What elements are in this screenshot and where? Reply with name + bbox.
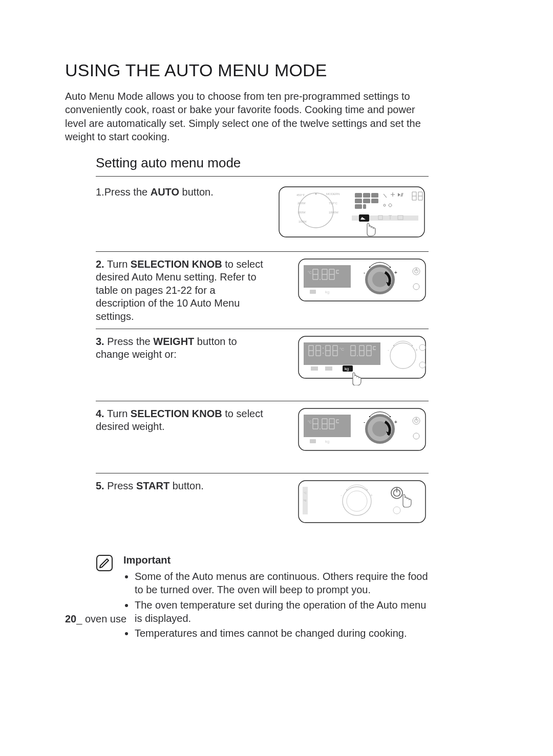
panel-turn-knob-weight-icon: °C kg - +	[295, 406, 429, 452]
divider	[96, 176, 429, 177]
svg-point-26	[320, 278, 321, 279]
step-row: 3. Press the WEIGHT button to change wei…	[96, 329, 429, 401]
svg-point-80	[346, 489, 347, 490]
step-text: 1.Press the AUTO button.	[96, 185, 272, 199]
svg-point-67	[390, 416, 391, 417]
svg-text:°C: °C	[308, 420, 312, 424]
manual-page: USING THE AUTO MENU MODE Auto Menu Mode …	[65, 60, 423, 642]
svg-text:+: +	[394, 270, 397, 275]
step-pre: Press	[104, 480, 136, 491]
svg-point-32	[372, 272, 388, 287]
note-item: The oven temperature set during the oper…	[135, 598, 429, 625]
svg-point-81	[367, 489, 368, 490]
svg-rect-17	[363, 204, 366, 209]
step-text: 2. Turn SELECTION KNOB to select desired…	[96, 257, 272, 323]
step-pre: Turn	[104, 408, 131, 419]
svg-text:kg: kg	[325, 439, 329, 444]
svg-rect-16	[355, 204, 362, 209]
step-number: 5.	[96, 480, 104, 491]
svg-text:kg: kg	[325, 290, 329, 294]
svg-point-33	[369, 266, 370, 267]
step-bold: AUTO	[151, 186, 179, 198]
svg-point-42	[323, 348, 324, 349]
svg-rect-21	[359, 214, 369, 222]
page-title: USING THE AUTO MENU MODE	[65, 60, 423, 80]
svg-text:kg: kg	[304, 499, 307, 502]
page-footer: 20_ oven use	[65, 613, 126, 625]
panel-press-auto-icon: 450°F MODERN 200W 750°C 180W 1800W 100W	[275, 185, 429, 239]
step-illustration: °C kg -	[272, 257, 429, 303]
step-number: 1.	[96, 186, 104, 198]
svg-point-66	[369, 416, 370, 417]
page-number: 20	[65, 613, 76, 624]
svg-rect-14	[363, 199, 370, 203]
svg-text:°C: °C	[308, 271, 312, 274]
important-note: Important Some of the Auto menus are con…	[96, 553, 429, 642]
svg-text:1800W: 1800W	[329, 211, 338, 214]
svg-rect-61	[310, 439, 316, 443]
note-list: Some of the Auto menus are continuous. O…	[123, 570, 429, 640]
note-title: Important	[123, 553, 429, 567]
note-body: Important Some of the Auto menus are con…	[123, 553, 429, 642]
step-number: 2.	[96, 258, 104, 270]
step-illustration: °C kg - +	[272, 406, 429, 452]
step-bold: START	[136, 480, 169, 491]
panel-press-weight-icon: °C kg - +	[295, 334, 429, 385]
svg-text:-: -	[341, 493, 342, 498]
svg-text:°C: °C	[339, 347, 344, 352]
step-row: 4. Turn SELECTION KNOB to select desired…	[96, 401, 429, 473]
step-number: 3.	[96, 336, 104, 347]
step-illustration: °C kg - +	[272, 334, 429, 385]
svg-rect-28	[310, 290, 316, 294]
step-illustration: °C kg - +	[272, 479, 429, 530]
svg-point-44	[357, 355, 358, 356]
footer-sep: _	[76, 613, 82, 624]
svg-point-59	[320, 428, 321, 429]
svg-rect-13	[355, 199, 362, 203]
note-icon-column	[96, 553, 123, 642]
svg-point-65	[372, 421, 388, 437]
svg-rect-47	[325, 366, 332, 371]
svg-text:kg: kg	[345, 366, 349, 371]
svg-rect-46	[311, 366, 318, 371]
svg-point-51	[393, 344, 394, 345]
step-text: 5. Press START button.	[96, 479, 272, 493]
svg-text:100W: 100W	[299, 220, 307, 223]
step-bold: WEIGHT	[153, 336, 194, 347]
svg-text:-: -	[364, 419, 365, 425]
svg-text:180W: 180W	[297, 211, 306, 214]
step-text: 3. Press the WEIGHT button to change wei…	[96, 334, 272, 361]
svg-text:+: +	[415, 348, 418, 353]
panel-press-start-icon: °C kg - +	[295, 479, 429, 530]
svg-text:-: -	[388, 348, 389, 353]
step-post: button.	[179, 186, 214, 198]
note-item: Temperatures and times cannot be changed…	[135, 627, 429, 640]
step-bold: SELECTION KNOB	[131, 258, 222, 270]
svg-text:-: -	[364, 270, 365, 275]
step-post: button.	[169, 480, 204, 491]
svg-point-2	[315, 193, 316, 194]
svg-text:°C: °C	[304, 491, 307, 494]
svg-text:200W: 200W	[297, 202, 306, 205]
step-text: 4. Turn SELECTION KNOB to select desired…	[96, 406, 272, 434]
svg-rect-15	[371, 199, 378, 203]
svg-text:+: +	[394, 419, 397, 425]
svg-text:750°C: 750°C	[329, 202, 337, 205]
panel-turn-knob-icon: °C kg -	[295, 257, 429, 303]
step-pre: Press the	[104, 186, 151, 198]
svg-rect-11	[363, 193, 370, 198]
step-row: 5. Press START button. °C kg - +	[96, 473, 429, 545]
step-pre: Turn	[104, 258, 131, 270]
svg-point-52	[412, 344, 413, 345]
svg-point-34	[390, 266, 391, 267]
svg-text:MODERN: MODERN	[326, 192, 340, 196]
svg-rect-12	[371, 193, 378, 198]
svg-rect-88	[97, 555, 112, 571]
step-row: 2. Turn SELECTION KNOB to select desired…	[96, 252, 429, 329]
step-illustration: 450°F MODERN 200W 750°C 180W 1800W 100W	[272, 185, 429, 239]
step-pre: Press the	[104, 336, 154, 347]
step-row: 1.Press the AUTO button. 450°F MODERN 20…	[96, 180, 429, 252]
svg-text:450°F: 450°F	[296, 193, 305, 197]
svg-text:+: +	[370, 493, 373, 498]
intro-text: Auto Menu Mode allows you to choose from…	[65, 90, 423, 144]
